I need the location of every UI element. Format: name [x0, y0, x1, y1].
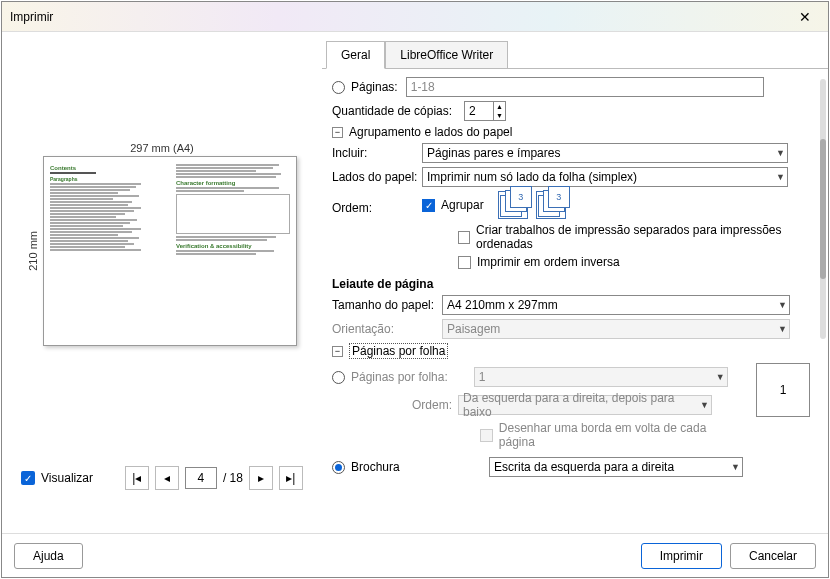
chevron-down-icon: ▼ — [776, 172, 785, 182]
page-total: / 18 — [223, 471, 243, 485]
sides-label: Lados do papel: — [332, 170, 422, 184]
collate-label: Agrupar — [441, 198, 484, 212]
prev-page-button[interactable]: ◂ — [155, 466, 179, 490]
pages-radio[interactable] — [332, 81, 345, 94]
dialog-title: Imprimir — [10, 10, 790, 24]
orientation-select: Paisagem▼ — [442, 319, 790, 339]
general-panel: Páginas: Quantidade de cópias: ▲▼ − Agru… — [322, 68, 828, 532]
layout-heading: Leiaute de página — [332, 277, 810, 291]
ppf-order-select: Da esquerda para a direita, depois para … — [458, 395, 712, 415]
paper-height-label: 210 mm — [27, 231, 39, 271]
tab-bar: Geral LibreOffice Writer — [326, 40, 828, 68]
separate-jobs-checkbox[interactable] — [458, 231, 470, 244]
next-page-button[interactable]: ▸ — [249, 466, 273, 490]
chevron-down-icon: ▼ — [700, 400, 709, 410]
preview-pane: 297 mm (A4) 210 mm Contents Paragraphs — [2, 32, 322, 532]
print-button[interactable]: Imprimir — [641, 543, 722, 569]
show-preview-label: Visualizar — [41, 471, 93, 485]
separate-jobs-label: Criar trabalhos de impressão separados p… — [476, 223, 810, 251]
collation-collapse-toggle[interactable]: − — [332, 127, 343, 138]
paper-width-label: 297 mm (A4) — [130, 142, 194, 154]
collate-checkbox[interactable]: ✓ — [422, 199, 435, 212]
preview-nav: ✓ Visualizar |◂ ◂ / 18 ▸ ▸| — [21, 466, 303, 490]
reverse-checkbox[interactable] — [458, 256, 471, 269]
layout-preview-box: 1 — [756, 363, 810, 417]
tab-general[interactable]: Geral — [326, 41, 385, 69]
panel-scrollbar[interactable] — [820, 79, 826, 339]
page-preview: Contents Paragraphs — [43, 156, 297, 346]
copies-up[interactable]: ▲ — [493, 102, 505, 111]
brochure-select[interactable]: Escrita da esquerda para a direita▼ — [489, 457, 743, 477]
collate-icon-1: 123 — [498, 191, 528, 219]
titlebar: Imprimir ✕ — [2, 2, 828, 32]
ppf-select: 1▼ — [474, 367, 728, 387]
draw-border-label: Desenhar uma borda em volta de cada pági… — [499, 421, 742, 449]
collate-icon-2: 123 — [536, 191, 566, 219]
help-button[interactable]: Ajuda — [14, 543, 83, 569]
chevron-down-icon: ▼ — [776, 148, 785, 158]
copies-label: Quantidade de cópias: — [332, 104, 464, 118]
dialog-footer: Ajuda Imprimir Cancelar — [2, 533, 828, 577]
cancel-button[interactable]: Cancelar — [730, 543, 816, 569]
print-dialog: Imprimir ✕ 297 mm (A4) 210 mm Contents P… — [1, 1, 829, 578]
collation-group-label: Agrupamento e lados do papel — [349, 125, 512, 139]
ppf-group-label: Páginas por folha — [349, 343, 448, 359]
include-select[interactable]: Páginas pares e ímpares▼ — [422, 143, 788, 163]
paper-size-select[interactable]: A4 210mm x 297mm▼ — [442, 295, 790, 315]
ppf-order-label: Ordem: — [332, 398, 452, 412]
orientation-label: Orientação: — [332, 322, 442, 336]
order-label: Ordem: — [332, 191, 422, 215]
chevron-down-icon: ▼ — [778, 324, 787, 334]
tab-writer[interactable]: LibreOffice Writer — [385, 41, 508, 69]
draw-border-checkbox — [480, 429, 493, 442]
brochure-label: Brochura — [351, 460, 481, 474]
chevron-down-icon: ▼ — [731, 462, 740, 472]
ppf-label: Páginas por folha: — [351, 370, 448, 384]
page-input[interactable] — [185, 467, 217, 489]
copies-input[interactable] — [465, 104, 491, 118]
close-icon[interactable]: ✕ — [790, 9, 820, 25]
ppf-radio[interactable] — [332, 371, 345, 384]
ppf-collapse-toggle[interactable]: − — [332, 346, 343, 357]
pages-label: Páginas: — [351, 80, 398, 94]
first-page-button[interactable]: |◂ — [125, 466, 149, 490]
show-preview-checkbox[interactable]: ✓ — [21, 471, 35, 485]
copies-spinner[interactable]: ▲▼ — [464, 101, 506, 121]
sides-select[interactable]: Imprimir num só lado da folha (simplex)▼ — [422, 167, 788, 187]
chevron-down-icon: ▼ — [778, 300, 787, 310]
include-label: Incluir: — [332, 146, 422, 160]
last-page-button[interactable]: ▸| — [279, 466, 303, 490]
pages-input[interactable] — [406, 77, 764, 97]
chevron-down-icon: ▼ — [716, 372, 725, 382]
paper-size-label: Tamanho do papel: — [332, 298, 442, 312]
brochure-radio[interactable] — [332, 461, 345, 474]
copies-down[interactable]: ▼ — [493, 111, 505, 120]
reverse-label: Imprimir em ordem inversa — [477, 255, 620, 269]
